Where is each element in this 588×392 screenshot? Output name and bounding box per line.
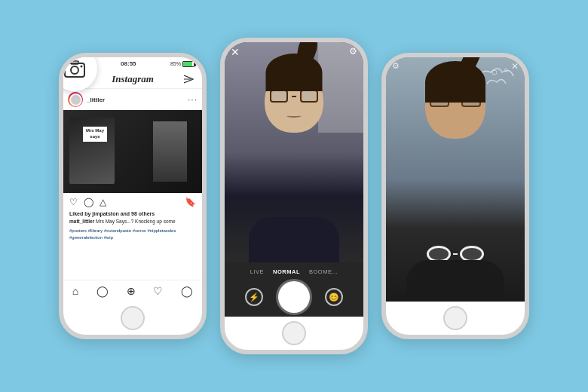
settings-icon[interactable]: ⚙ [349, 46, 357, 58]
comment-button[interactable]: ◯ [84, 197, 93, 207]
post-username: _littler [87, 96, 184, 103]
post-header: _littler ··· [63, 89, 202, 110]
post-caption: matt_littler Mrs May Says...? Knocking u… [63, 218, 202, 228]
mode-boomerang[interactable]: BOOME... [309, 268, 338, 275]
battery-indicator: 85% [170, 61, 194, 67]
post-area: _littler ··· Mrs Maysays [63, 89, 202, 280]
nav-search-icon[interactable]: ◯ [96, 285, 109, 297]
svg-point-1 [71, 66, 78, 74]
post-actions: ♡ ◯ △ 🔖 [63, 193, 202, 211]
avatar [69, 93, 82, 106]
home-button-right[interactable] [443, 306, 467, 330]
post-options[interactable]: ··· [188, 94, 198, 105]
nav-add-icon[interactable]: ⊕ [127, 285, 136, 297]
close-camera-icon[interactable]: ✕ [231, 46, 240, 58]
post-image-label-mrs-may: Mrs Maysays [83, 127, 107, 142]
ar-settings-icon[interactable]: ⚙ [392, 61, 400, 72]
face-filter-button[interactable]: 😊 [325, 288, 343, 306]
smiley-face-icon: 😊 [329, 292, 339, 302]
caption-text: Mrs May Says...? Knocking up some [96, 219, 176, 224]
instagram-nav: ⌂ ◯ ⊕ ♡ ◯ [63, 280, 202, 302]
camera-icon [64, 60, 85, 78]
like-button[interactable]: ♡ [69, 197, 78, 207]
nav-profile-icon[interactable]: ◯ [181, 285, 193, 297]
share-button[interactable]: △ [100, 197, 106, 207]
post-hashtags: #posters #library #cutandpaste #xerox #n… [63, 228, 202, 241]
phone-center-inner: ✕ ⚙ LIVE NORMAL BOOME... ⚡ [225, 42, 363, 350]
nav-home-icon[interactable]: ⌂ [72, 285, 78, 297]
battery-percent: 85% [170, 61, 181, 66]
time-display: 08:55 [121, 60, 136, 67]
phone-right-inner: ⚙ ✕ 🐰 🐶 👓 🌸 ⭐ [386, 57, 525, 335]
phone-center: ✕ ⚙ LIVE NORMAL BOOME... ⚡ [220, 38, 368, 354]
camera-buttons: ⚡ 😊 [225, 281, 363, 313]
mode-normal[interactable]: NORMAL [273, 268, 300, 275]
nav-heart-icon[interactable]: ♡ [153, 285, 163, 297]
battery-fill [183, 62, 192, 66]
phone-left-inner: mobile 08:55 85% Ins [63, 57, 202, 335]
ar-screen: ⚙ ✕ 🐰 🐶 👓 🌸 ⭐ [386, 57, 525, 302]
post-image: Mrs Maysays [63, 110, 202, 193]
bookmark-button[interactable]: 🔖 [185, 197, 196, 207]
caption-username: matt_littler [69, 219, 94, 224]
camera-controls: LIVE NORMAL BOOME... ⚡ 😊 [225, 262, 363, 317]
phones-container: mobile 08:55 85% Ins [59, 38, 529, 354]
camera-mode-bar: LIVE NORMAL BOOME... [225, 268, 363, 275]
avatar-ring [68, 92, 83, 107]
flash-icon: ⚡ [249, 292, 259, 302]
home-button-center[interactable] [282, 321, 306, 345]
post-image-content: Mrs Maysays [63, 110, 202, 193]
svg-point-3 [81, 66, 83, 68]
post-likes: Liked by jimpatston and 98 others [63, 211, 202, 218]
filter-bridge [453, 253, 458, 255]
selfie-background [225, 42, 363, 262]
flash-button[interactable]: ⚡ [245, 288, 263, 306]
home-button-left[interactable] [121, 306, 145, 330]
shutter-button[interactable] [278, 281, 310, 313]
phone-left: mobile 08:55 85% Ins [59, 53, 207, 339]
camera-screen: ✕ ⚙ [225, 42, 363, 262]
ar-background: ⚙ ✕ [386, 57, 525, 302]
phone-right: ⚙ ✕ 🐰 🐶 👓 🌸 ⭐ [381, 53, 529, 339]
instagram-logo: Instagram [112, 73, 154, 85]
send-icon[interactable] [182, 73, 194, 85]
mode-live[interactable]: LIVE [250, 268, 264, 275]
battery-icon [182, 61, 194, 67]
ar-close-icon[interactable]: ✕ [511, 61, 519, 72]
